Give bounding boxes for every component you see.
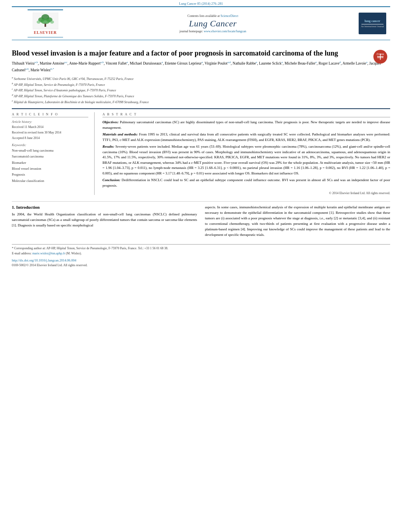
introduction-left-text: In 2004, the World Health Organization c… bbox=[12, 212, 197, 228]
affiliation-a: a Sorbonne Universités, UPMC Univ Paris … bbox=[12, 76, 390, 82]
homepage-link[interactable]: www.elsevier.com/locate/lungcan bbox=[204, 30, 246, 33]
journal-header: ELSEVIER Contents lists available at Sci… bbox=[12, 6, 390, 40]
affiliation-b: b AP-HP, Hôpital Tenon, Service de Pneum… bbox=[12, 82, 390, 87]
article-info-header: A R T I C L E I N F O bbox=[12, 112, 88, 117]
journal-center-info: Contents lists available at ScienceDirec… bbox=[75, 14, 351, 33]
affiliation-c: c AP-HP, Hôpital Tenon, Service d'Anatom… bbox=[12, 87, 390, 93]
keyword-3: Biomarker bbox=[12, 160, 88, 166]
copyright-line: © 2014 Elsevier Ireland Ltd. All rights … bbox=[102, 191, 390, 195]
journal-citation: Lung Cancer 85 (2014) 276–281 bbox=[0, 0, 402, 6]
affiliation-e: e Hôpital de Hautepierre, Laboratoire de… bbox=[12, 99, 390, 105]
conclusion-label: Conclusion: bbox=[102, 178, 121, 182]
received-date: Received 11 March 2014 bbox=[12, 124, 88, 130]
article-dates: Received 11 March 2014 Received in revis… bbox=[12, 124, 88, 141]
abstract-header: A B S T R A C T bbox=[102, 112, 390, 117]
introduction-right: aspects. In some cases, immunohistochemi… bbox=[205, 205, 390, 238]
abstract-text: Objectives: Pulmonary sarcomatoid carcin… bbox=[102, 120, 390, 188]
abstract-results: Results: Seventy-seven patients were inc… bbox=[102, 144, 390, 176]
svg-point-7 bbox=[50, 20, 54, 24]
keywords-label: Keywords: bbox=[12, 143, 88, 147]
elsevier-logo: ELSEVIER bbox=[28, 9, 63, 37]
lung-logo-subtitle: An International Journal bbox=[361, 25, 384, 28]
keyword-1: Non-small-cell lung carcinoma bbox=[12, 148, 88, 154]
article-info-abstract: A R T I C L E I N F O Article history: R… bbox=[12, 108, 390, 195]
doi-link[interactable]: http://dx.doi.org/10.1016/j.lungcan.2014… bbox=[12, 258, 76, 262]
logo-divider bbox=[361, 24, 383, 24]
results-label: Results: bbox=[102, 145, 114, 148]
accepted-date: Accepted 8 June 2014 bbox=[12, 135, 88, 141]
keyword-4: Blood vessel invasion bbox=[12, 166, 88, 172]
objectives-text: Pulmonary sarcomatoid carcinomas (SC) ar… bbox=[102, 120, 390, 130]
email-line: E-mail address: marie.wislez@tnn.aphp.fr… bbox=[12, 251, 390, 256]
keyword-2: Sarcomatoid carcinoma bbox=[12, 154, 88, 159]
abstract-objectives: Objectives: Pulmonary sarcomatoid carcin… bbox=[102, 120, 390, 130]
keyword-6: Molecular classification bbox=[12, 178, 88, 184]
lung-cancer-logo: lung cancer An International Journal bbox=[351, 13, 386, 34]
abstract-materials: Materials and methods: From 1995 to 2013… bbox=[102, 132, 390, 143]
title-area: Blood vessel invasion is a major feature… bbox=[12, 49, 390, 58]
keywords-list: Non-small-cell lung carcinoma Sarcomatoi… bbox=[12, 148, 88, 184]
email-link[interactable]: marie.wislez@tnn.aphp.fr bbox=[32, 252, 65, 255]
homepage-line: journal homepage: www.elsevier.com/locat… bbox=[79, 30, 347, 33]
doi-line[interactable]: http://dx.doi.org/10.1016/j.lungcan.2014… bbox=[12, 258, 390, 263]
lung-logo-text: lung cancer bbox=[365, 19, 380, 23]
svg-point-4 bbox=[41, 19, 50, 24]
footnote-area: * Corresponding author at: AP-HP, Hôpita… bbox=[12, 244, 390, 268]
journal-title: Lung Cancer bbox=[79, 19, 347, 29]
materials-label: Materials and methods: bbox=[102, 132, 138, 136]
conclusion-text: Dedifferentiation in NSCLC could lead to… bbox=[102, 178, 390, 187]
introduction-title: 1. Introduction bbox=[12, 205, 197, 209]
authors-list: Thibault Vieiraa,b, Martine Antoinea,c, … bbox=[12, 60, 390, 73]
issn-line: 0169-5002/© 2014 Elsevier Ireland Ltd. A… bbox=[12, 263, 390, 268]
introduction-columns: 1. Introduction In 2004, the World Healt… bbox=[12, 205, 390, 238]
objectives-label: Objectives: bbox=[102, 120, 119, 124]
keyword-5: Prognosis bbox=[12, 172, 88, 178]
svg-rect-5 bbox=[45, 24, 46, 27]
article-history-label: Article history: bbox=[12, 120, 88, 124]
revised-date: Received in revised form 30 May 2014 bbox=[12, 130, 88, 135]
contents-available-line: Contents lists available at ScienceDirec… bbox=[79, 14, 347, 18]
crossmark-badge[interactable]: Cross Mark bbox=[372, 49, 390, 67]
abstract-conclusion: Conclusion: Dedifferentiation in NSCLC c… bbox=[102, 178, 390, 188]
svg-point-6 bbox=[37, 20, 41, 24]
sciencedirect-link[interactable]: ScienceDirect bbox=[221, 14, 238, 18]
introduction-right-text: aspects. In some cases, immunohistochemi… bbox=[205, 205, 390, 238]
corresponding-author-note: * Corresponding author at: AP-HP, Hôpita… bbox=[12, 246, 390, 251]
article-info-panel: A R T I C L E I N F O Article history: R… bbox=[12, 112, 95, 195]
main-content: Blood vessel invasion is a major feature… bbox=[12, 40, 390, 272]
elsevier-wordmark: ELSEVIER bbox=[34, 30, 57, 35]
materials-text: From 1995 to 2013, clinical and survival… bbox=[102, 132, 390, 142]
abstract-panel: A B S T R A C T Objectives: Pulmonary sa… bbox=[102, 112, 390, 195]
article-title: Blood vessel invasion is a major feature… bbox=[12, 49, 390, 58]
elsevier-tree-icon bbox=[33, 13, 58, 30]
introduction-left: 1. Introduction In 2004, the World Healt… bbox=[12, 205, 197, 238]
affiliations-list: a Sorbonne Universités, UPMC Univ Paris … bbox=[12, 76, 390, 104]
crossmark-icon: Cross Mark bbox=[372, 49, 388, 65]
affiliation-d: d AP-HP, Hôpital Tenon, Plateforme de Gé… bbox=[12, 93, 390, 99]
introduction-section: 1. Introduction In 2004, the World Healt… bbox=[12, 201, 390, 238]
results-text: Seventy-seven patients were included. Me… bbox=[102, 145, 390, 175]
